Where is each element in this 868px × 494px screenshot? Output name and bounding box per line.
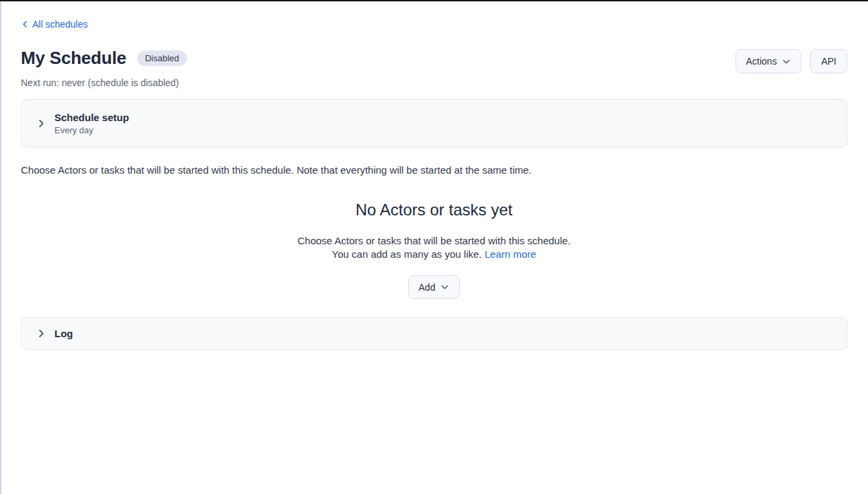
header-actions: Actions API [736, 49, 848, 73]
back-to-all-schedules-link[interactable]: All schedules [21, 19, 88, 30]
chevron-down-icon [440, 283, 449, 291]
chevron-left-icon [21, 20, 29, 28]
actions-button[interactable]: Actions [736, 49, 802, 73]
status-badge: Disabled [137, 50, 188, 67]
schedule-setup-title: Schedule setup [54, 112, 129, 123]
log-panel[interactable]: Log [21, 317, 847, 350]
left-edge-divider [0, 1, 1, 494]
schedule-setup-subtitle: Every day [54, 125, 129, 135]
add-button[interactable]: Add [408, 275, 461, 299]
chevron-right-icon [36, 118, 46, 129]
schedule-detail-page: All schedules My Schedule Disabled Next … [0, 1, 868, 350]
api-button-label: API [821, 56, 836, 67]
back-link-label: All schedules [32, 19, 88, 30]
empty-state-body: Choose Actors or tasks that will be star… [21, 234, 847, 261]
empty-state-title: No Actors or tasks yet [21, 201, 847, 219]
empty-state: No Actors or tasks yet Choose Actors or … [21, 201, 847, 299]
page-header-left: My Schedule Disabled Next run: never (sc… [21, 48, 187, 88]
add-button-label: Add [419, 282, 436, 293]
actions-button-label: Actions [746, 56, 777, 67]
page-title: My Schedule [21, 48, 126, 69]
page-header: My Schedule Disabled Next run: never (sc… [21, 48, 847, 88]
schedule-setup-panel-text: Schedule setup Every day [54, 112, 129, 135]
learn-more-link[interactable]: Learn more [485, 248, 537, 260]
empty-state-line2: You can add as many as you like. [332, 248, 482, 260]
api-button[interactable]: API [810, 49, 847, 73]
schedule-description-text: Choose Actors or tasks that will be star… [21, 164, 847, 176]
chevron-right-icon [36, 328, 46, 339]
schedule-setup-panel[interactable]: Schedule setup Every day [21, 99, 847, 147]
empty-state-line1: Choose Actors or tasks that will be star… [297, 235, 570, 246]
next-run-text: Next run: never (schedule is disabled) [21, 77, 187, 88]
log-panel-title: Log [54, 328, 73, 339]
chevron-down-icon [782, 57, 791, 66]
